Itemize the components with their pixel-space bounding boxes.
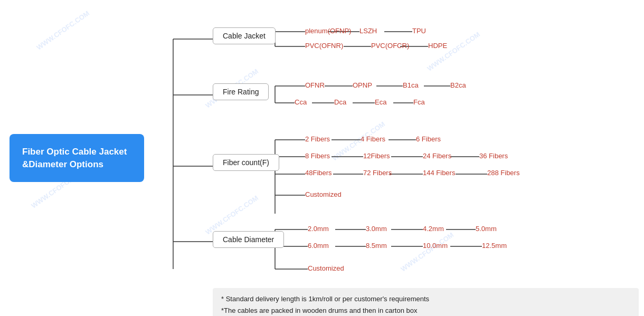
leaf-12f: 12Fibers — [363, 152, 390, 160]
leaf-pvc-ofnr: PVC(OFNR) — [305, 42, 343, 50]
leaf-3mm: 3.0mm — [366, 225, 387, 233]
leaf-b2ca: B2ca — [450, 81, 466, 89]
leaf-lszh: LSZH — [359, 27, 377, 35]
leaf-b1ca: B1ca — [403, 81, 419, 89]
leaf-144f: 144 Fibers — [423, 169, 455, 177]
cable-jacket-node: Cable Jacket — [213, 27, 276, 44]
leaf-fiber-custom: Customized — [305, 190, 342, 198]
leaf-diam-custom: Customized — [308, 264, 344, 272]
leaf-48f: 48Fibers — [305, 169, 332, 177]
fiber-count-node: Fiber count(F) — [213, 154, 279, 171]
leaf-6mm: 6.0mm — [308, 242, 329, 250]
leaf-2mm: 2.0mm — [308, 225, 329, 233]
leaf-eca: Eca — [375, 98, 386, 106]
leaf-5mm: 5.0mm — [476, 225, 497, 233]
leaf-6f: 6 Fibers — [416, 135, 441, 143]
leaf-288f: 288 Fibers — [487, 169, 519, 177]
leaf-pvc-ofcr: PVC(OFCR) — [371, 42, 409, 50]
leaf-tpu: TPU — [412, 27, 426, 35]
fire-rating-node: Fire Rating — [213, 83, 269, 100]
leaf-125mm: 12.5mm — [482, 242, 507, 250]
leaf-8f: 8 Fibers — [305, 152, 330, 160]
leaf-2f: 2 Fibers — [305, 135, 330, 143]
leaf-72f: 72 Fibers — [363, 169, 392, 177]
watermark-1: WWW.CFOFC.COM — [35, 9, 91, 51]
leaf-plenum: plenum(OFNP) — [305, 27, 351, 35]
note-box: * Standard delivery length is 1km/roll o… — [213, 288, 639, 317]
tree-diagram: Cable Jacket Fire Rating Fiber count(F) … — [144, 11, 644, 306]
leaf-10mm: 10.0mm — [423, 242, 448, 250]
main-title: Fiber Optic Cable Jacket &Diameter Optio… — [10, 134, 144, 183]
leaf-fca: Fca — [413, 98, 425, 106]
main-container: WWW.CFOFC.COM WWW.CFOFC.COM WWW.CFOFC.CO… — [0, 0, 644, 316]
leaf-42mm: 4.2mm — [423, 225, 444, 233]
leaf-cca: Cca — [295, 98, 307, 106]
leaf-85mm: 8.5mm — [366, 242, 387, 250]
leaf-4f: 4 Fibers — [361, 135, 385, 143]
leaf-dca: Dca — [334, 98, 346, 106]
leaf-opnp: OPNP — [353, 81, 372, 89]
leaf-hdpe: HDPE — [428, 42, 447, 50]
leaf-24f: 24 Fibers — [423, 152, 451, 160]
leaf-ofnr: OFNR — [305, 81, 325, 89]
leaf-36f: 36 Fibers — [479, 152, 508, 160]
cable-diameter-node: Cable Diameter — [213, 231, 284, 248]
